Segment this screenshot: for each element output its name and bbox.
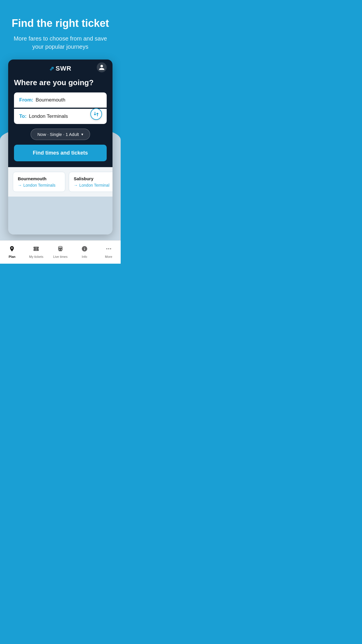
svg-point-0 <box>106 248 107 249</box>
nav-more[interactable]: More <box>96 241 121 264</box>
swr-arrow-icon: ⇗ <box>49 65 54 72</box>
more-svg-icon <box>106 246 112 252</box>
journey-options-text: Now · Single · 1 Adult <box>37 132 79 137</box>
journey-card-2-to-text: London Terminal <box>79 183 109 188</box>
journey-card-1-to-text: London Terminals <box>23 183 55 188</box>
gray-spacer <box>8 197 113 235</box>
find-tickets-button[interactable]: Find times and tickets <box>14 145 107 161</box>
nav-live-times-label: Live times <box>53 255 68 258</box>
nav-my-tickets[interactable]: My tickets <box>24 241 48 264</box>
journey-options-container: Now · Single · 1 Adult ▾ <box>14 129 107 140</box>
train-icon <box>57 246 64 254</box>
ticket-icon <box>33 246 39 254</box>
page-container: Find the right ticket More fares to choo… <box>0 0 121 264</box>
swr-text-logo: SWR <box>56 65 71 72</box>
hero-title: Find the right ticket <box>9 18 112 29</box>
app-header: ⇗ SWR <box>8 60 113 75</box>
app-card: ⇗ SWR Where are you going? <box>8 60 113 235</box>
more-icon <box>106 246 112 254</box>
nav-plan[interactable]: Plan <box>0 241 24 264</box>
svg-point-1 <box>108 248 109 249</box>
nav-my-tickets-label: My tickets <box>29 255 43 258</box>
arrow-right-icon-2: → <box>74 183 78 188</box>
nav-more-label: More <box>105 255 112 258</box>
recent-section: Bournemouth → London Terminals Salisbury… <box>8 167 113 235</box>
journey-card-1[interactable]: Bournemouth → London Terminals <box>13 172 65 192</box>
plan-icon <box>9 246 15 254</box>
train-svg-icon <box>57 246 64 252</box>
journey-card-2-to: → London Terminal <box>74 183 113 188</box>
nav-live-times[interactable]: Live times <box>48 241 73 264</box>
main-content: Find the right ticket More fares to choo… <box>0 0 121 240</box>
journey-card-2[interactable]: Salisbury → London Terminal <box>69 172 113 192</box>
bottom-nav: Plan My tickets Live times <box>0 240 121 264</box>
inputs-row: From: Bournemouth To: <box>14 92 107 124</box>
nav-plan-label: Plan <box>9 255 15 258</box>
from-label: From: <box>19 97 33 103</box>
journey-options-pill[interactable]: Now · Single · 1 Adult ▾ <box>31 129 90 140</box>
info-svg-icon <box>81 246 88 252</box>
ticket-svg-icon <box>33 246 39 252</box>
from-input[interactable]: From: Bournemouth <box>14 92 107 108</box>
journey-card-2-from: Salisbury <box>74 176 113 181</box>
hero-subtitle: More fares to choose from and save your … <box>9 34 112 51</box>
swap-icon <box>93 111 99 117</box>
journey-card-1-to: → London Terminals <box>18 183 60 188</box>
app-body: Where are you going? From: Bournemouth <box>8 75 113 167</box>
below-card-space <box>8 235 113 240</box>
to-label: To: <box>19 113 27 119</box>
user-icon-button[interactable] <box>97 62 107 72</box>
nav-info-label: Info <box>82 255 87 258</box>
from-value: Bournemouth <box>36 97 65 103</box>
arrow-right-icon-1: → <box>18 183 22 188</box>
svg-point-2 <box>110 248 111 249</box>
swr-logo: ⇗ SWR <box>49 65 71 72</box>
recent-cards: Bournemouth → London Terminals Salisbury… <box>8 172 113 197</box>
where-heading: Where are you going? <box>14 78 107 87</box>
map-pin-icon <box>9 246 15 252</box>
nav-info[interactable]: Info <box>72 241 96 264</box>
chevron-down-icon: ▾ <box>81 132 83 136</box>
journey-card-1-from: Bournemouth <box>18 176 60 181</box>
to-value: London Terminals <box>29 113 68 119</box>
info-icon <box>81 246 88 254</box>
user-icon <box>99 64 105 71</box>
swap-button[interactable] <box>90 108 102 120</box>
hero-section: Find the right ticket More fares to choo… <box>0 0 121 60</box>
